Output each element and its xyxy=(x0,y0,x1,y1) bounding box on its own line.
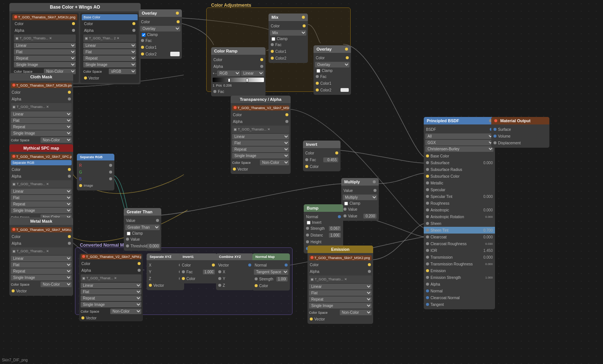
node-title: Base Color + Wings AO xyxy=(50,4,100,10)
node-emission: Emission T_GOD_Thanatos_Skin7_MSK2.png C… xyxy=(308,246,373,324)
group-color-adjustments: Color Adjustments Mix Color Mix Clamp Fa… xyxy=(206,7,351,92)
node-base-color-wings-ao: Base Color + Wings AO T_GOD_Thanatos_Ski… xyxy=(9,3,141,84)
node-overlay-left: Overlay Color Overlay Clamp Fac Color1 C… xyxy=(139,9,182,59)
node-mix: Mix Color Mix Clamp Fac Color1 Color2 xyxy=(268,13,308,63)
node-cloth-mask: Cloth Mask T_GOD_Thanatos_Skin7_MSK2b.pn… xyxy=(9,73,73,151)
node-invert: Invert Color Fac 0.455 Color xyxy=(303,141,340,171)
node-multiply: Multiply Value Multiply Clamp Value Valu… xyxy=(341,178,379,221)
node-principled-bsdf: Principled BSDF BSDF All GGX Christensen… xyxy=(424,117,495,309)
group-converted-normal: Converted Normal Map T_GOD_Thanatos_V2_S… xyxy=(75,247,292,315)
node-mythical-spc: Mythical SPC map T_GOD_Thanatos_V2_Skin7… xyxy=(9,144,73,229)
node-invert1: Invert1 Color Fac 1.000 Color xyxy=(180,253,217,283)
node-overlay-left-header: Overlay xyxy=(139,9,182,17)
node-normal-map: Normal Map Normal Tangent Space Strength… xyxy=(252,253,290,291)
node-separate-xyz: Separate XYZ X Y Z Vector xyxy=(147,253,184,290)
node-transparency-alpha: Transparency / Alpha T_GOD_Thanatos_V2_S… xyxy=(231,96,291,174)
node-overlay-right: Overlay Color Overlay Clamp Fac Color1 C… xyxy=(314,45,351,95)
bottom-label: Skin7_DIF_png xyxy=(2,358,28,362)
overlay-title: Overlay xyxy=(142,11,157,15)
node-material-output: Material Output Surface Volume Displacem… xyxy=(491,117,549,148)
group-label: Color Adjustments xyxy=(211,3,251,8)
node-base-color-wings-ao-header: Base Color + Wings AO xyxy=(9,3,141,11)
node-combine-xyz: Combine XYZ Vector X Y Z xyxy=(216,253,254,290)
cloth-mask-header: Cloth Mask xyxy=(9,73,73,81)
node-color-ramp: Color Ramp Color Alpha +- RGB Linear 1Po… xyxy=(211,47,266,96)
node-normalmap-texture: T_GOD_Thanatos_V2_Skin7_NPM.png Color Al… xyxy=(79,253,143,321)
node-metal-mask: Metal Mask T_GOD_Thanatos_V2_Skin7_MSKc.… xyxy=(9,217,73,296)
node-separate-rgb: Separate RGB R G B Image xyxy=(77,154,114,190)
node-greater-than: Greater Than Value Greater Than Clamp Va… xyxy=(124,208,161,251)
